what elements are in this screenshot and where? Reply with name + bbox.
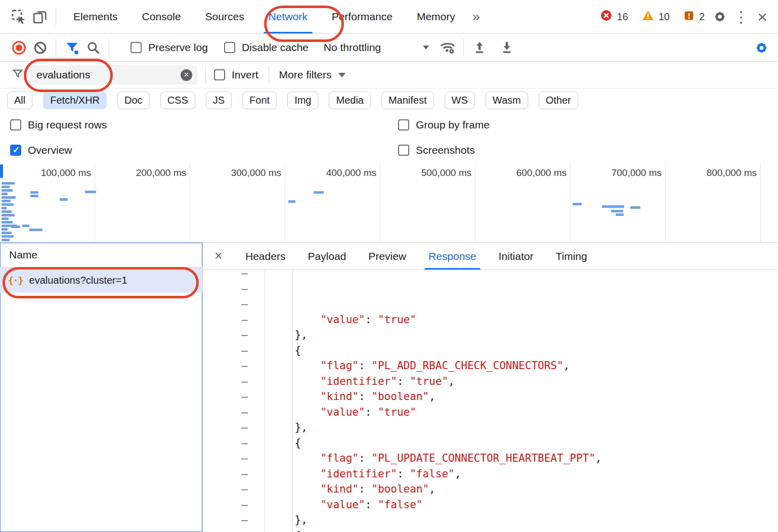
clear-filter-icon[interactable]: × (181, 69, 192, 81)
type-filter-doc[interactable]: Doc (117, 92, 150, 109)
invert-checkbox-box[interactable] (214, 69, 225, 80)
network-overview-strip[interactable]: 100,000 ms200,000 ms300,000 ms400,000 ms… (0, 163, 778, 243)
gutter-line-marker: – (203, 405, 248, 420)
warning-icon (641, 9, 655, 24)
group-by-frame-checkbox-box[interactable] (398, 119, 409, 130)
overflow-menu-icon[interactable]: ⋮ (730, 6, 752, 27)
tab-console[interactable]: Console (130, 0, 193, 33)
type-filter-css[interactable]: CSS (160, 92, 195, 109)
tab-elements[interactable]: Elements (61, 0, 130, 33)
type-filter-wasm[interactable]: Wasm (486, 92, 528, 109)
type-filter-font[interactable]: Font (242, 92, 277, 109)
status-badges: 16 10 (595, 9, 709, 24)
preserve-log-checkbox[interactable]: Preserve log (131, 41, 208, 54)
network-conditions-icon[interactable] (437, 37, 458, 58)
disable-cache-checkbox-box[interactable] (224, 42, 235, 53)
gutter-line-marker: – (203, 512, 248, 528)
overview-selection-handle[interactable] (0, 164, 3, 178)
clear-network-log-button[interactable] (29, 37, 51, 58)
close-devtools-icon[interactable]: × (752, 6, 773, 27)
panel-tabs: ElementsConsoleSourcesNetworkPerformance… (61, 0, 467, 33)
detail-tab-preview[interactable]: Preview (357, 243, 417, 270)
requests-table-panel: Name {·}evaluations?cluster=1 (0, 243, 203, 532)
separator (109, 39, 109, 56)
type-filter-manifest[interactable]: Manifest (381, 92, 434, 109)
code-line: { (269, 528, 778, 532)
har-import-icon[interactable] (469, 37, 490, 58)
devtools-window: ElementsConsoleSourcesNetworkPerformance… (0, 0, 778, 532)
overview-waterfall-bar (2, 210, 12, 213)
big-request-rows-checkbox-box[interactable] (10, 119, 21, 130)
separator (56, 8, 56, 25)
error-badge[interactable]: 16 (595, 9, 632, 24)
overview-tick: 200,000 ms (95, 163, 190, 242)
gutter-line-marker: – (203, 497, 248, 513)
record-network-log-button[interactable] (8, 37, 29, 58)
json-request-icon: {·} (8, 275, 23, 286)
search-button[interactable] (82, 37, 104, 58)
overview-waterfall-bar (602, 205, 624, 208)
screenshots-checkbox-box[interactable] (398, 145, 409, 156)
code-line: "kind": "boolean", (269, 389, 778, 405)
code-line: "identifier": "true", (269, 374, 778, 389)
tab-network[interactable]: Network (256, 0, 320, 33)
type-filter-other[interactable]: Other (539, 92, 578, 109)
overview-checkbox[interactable]: Overview (10, 144, 388, 156)
gutter-line-marker: – (203, 281, 248, 297)
network-filter-bar: evaluations × Invert More filters (0, 62, 778, 88)
throttling-select[interactable]: No throttling (324, 41, 429, 54)
inspect-element-icon[interactable] (8, 6, 29, 27)
code-line: { (269, 435, 778, 451)
device-toolbar-icon[interactable] (29, 6, 51, 27)
overview-waterfall-bar (630, 206, 640, 209)
more-filters-button[interactable]: More filters (279, 69, 346, 81)
settings-gear-icon[interactable] (709, 6, 730, 27)
tab-memory[interactable]: Memory (405, 0, 467, 33)
gutter-line-marker: – (203, 312, 248, 328)
filter-toggle-button[interactable] (61, 37, 82, 58)
network-filter-input[interactable]: evaluations × (29, 65, 197, 84)
overview-checkbox-box[interactable] (10, 145, 21, 156)
detail-tab-response[interactable]: Response (417, 243, 488, 270)
separator (463, 39, 464, 56)
preserve-log-label: Preserve log (148, 41, 208, 54)
gutter-line-marker: – (203, 374, 248, 389)
detail-tab-timing[interactable]: Timing (544, 243, 598, 270)
overview-tick: 500,000 ms (380, 163, 476, 242)
disable-cache-checkbox[interactable]: Disable cache (224, 41, 309, 54)
detail-tab-initiator[interactable]: Initiator (488, 243, 545, 270)
group-by-frame-checkbox[interactable]: Group by frame (398, 119, 778, 131)
type-filter-fetch-xhr[interactable]: Fetch/XHR (43, 92, 107, 109)
overview-waterfall-bar (2, 221, 13, 224)
request-row[interactable]: {·}evaluations?cluster=1 (0, 268, 202, 293)
type-filter-img[interactable]: Img (287, 92, 318, 109)
har-export-icon[interactable] (496, 37, 517, 58)
overview-waterfall-bar (2, 232, 12, 234)
overview-waterfall-bar (60, 198, 68, 201)
overview-tick: 800,000 ms (666, 163, 761, 242)
warning-badge[interactable]: 10 (637, 9, 674, 24)
network-settings-gear-icon[interactable] (751, 37, 772, 58)
response-viewer[interactable]: ––––––––––––––––– "value": "true" }, { "… (203, 270, 778, 532)
type-filter-js[interactable]: JS (206, 92, 232, 109)
big-request-rows-checkbox[interactable]: Big request rows (10, 119, 388, 131)
preserve-log-checkbox-box[interactable] (131, 42, 142, 53)
group-by-frame-label: Group by frame (416, 119, 490, 131)
invert-filter-checkbox[interactable]: Invert (214, 69, 258, 81)
tab-performance[interactable]: Performance (320, 0, 405, 33)
gutter-line-marker: – (203, 389, 248, 405)
type-filter-ws[interactable]: WS (445, 92, 475, 109)
separator (269, 66, 269, 83)
overview-tick: 400,000 ms (285, 163, 380, 242)
tab-sources[interactable]: Sources (193, 0, 256, 33)
more-panels-icon[interactable]: » (467, 9, 485, 25)
code-line: "flag": "PL_UPDATE_CONNECTOR_HEARTBEAT_P… (269, 451, 778, 466)
name-column-header[interactable]: Name (0, 243, 202, 268)
detail-tab-headers[interactable]: Headers (234, 243, 296, 270)
detail-tab-payload[interactable]: Payload (296, 243, 357, 270)
type-filter-media[interactable]: Media (329, 92, 370, 109)
issues-badge[interactable]: 2 (678, 10, 709, 24)
screenshots-checkbox[interactable]: Screenshots (398, 144, 778, 156)
type-filter-all[interactable]: All (7, 92, 32, 109)
close-details-icon[interactable]: × (203, 248, 234, 264)
